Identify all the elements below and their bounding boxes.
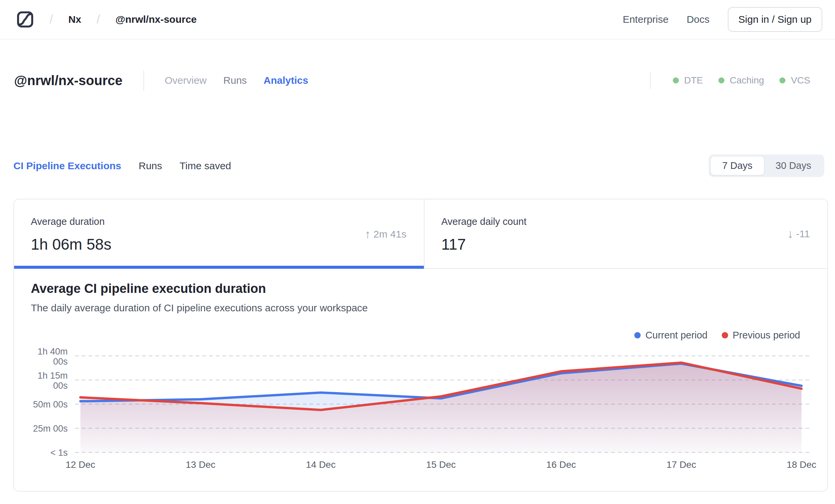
workspace-header: @nrwl/nx-source Overview Runs Analytics	[14, 70, 308, 91]
stat-cards-row: Average duration 1h 06m 58s ↑ 2m 41s Ave…	[14, 199, 827, 269]
status-divider	[650, 72, 651, 89]
status-caching: Caching	[718, 75, 764, 86]
navbar-actions: Enterprise Docs Sign in / Sign up	[623, 7, 822, 32]
x-axis-tick-label: 16 Dec	[546, 460, 576, 470]
breadcrumb: / Nx / @nrwl/nx-source	[16, 11, 197, 28]
breadcrumb-workspace[interactable]: @nrwl/nx-source	[115, 14, 197, 25]
y-axis-tick-label: 25m 00s	[33, 424, 68, 434]
nav-link-docs[interactable]: Docs	[687, 14, 709, 25]
analytics-section-tabs: CI Pipeline Executions Runs Time saved	[14, 160, 231, 172]
page: / Nx / @nrwl/nx-source Enterprise Docs S…	[0, 0, 835, 504]
section-tab-ci-pipeline-executions[interactable]: CI Pipeline Executions	[14, 160, 121, 172]
status-dte: DTE	[673, 75, 703, 86]
breadcrumb-separator: /	[49, 13, 53, 26]
stat-value: 117	[441, 235, 811, 253]
stat-value: 1h 06m 58s	[31, 235, 407, 253]
status-vcs: VCS	[779, 75, 810, 86]
x-axis-tick-label: 15 Dec	[426, 460, 456, 470]
x-axis-tick-label: 17 Dec	[667, 460, 696, 470]
y-axis-tick-label: 1h 40m00s	[38, 346, 68, 367]
breadcrumb-org[interactable]: Nx	[68, 14, 81, 25]
range-option-30-days[interactable]: 30 Days	[764, 156, 822, 175]
stat-delta: ↑ 2m 41s	[365, 228, 406, 240]
top-navbar: / Nx / @nrwl/nx-source Enterprise Docs S…	[0, 0, 835, 40]
status-caching-label: Caching	[730, 75, 764, 86]
x-axis-tick-label: 14 Dec	[306, 460, 336, 470]
tab-analytics[interactable]: Analytics	[264, 75, 308, 86]
workspace-tabs: Overview Runs Analytics	[165, 75, 308, 86]
y-axis-tick-label: < 1s	[50, 448, 68, 458]
series-area-previous	[80, 363, 801, 452]
workspace-title: @nrwl/nx-source	[14, 73, 123, 88]
tab-overview[interactable]: Overview	[165, 75, 207, 86]
sign-in-button[interactable]: Sign in / Sign up	[728, 7, 822, 32]
status-dte-label: DTE	[684, 75, 703, 86]
y-axis-tick-label: 1h 15m00s	[38, 370, 68, 391]
section-tab-runs[interactable]: Runs	[139, 160, 162, 172]
nav-link-enterprise[interactable]: Enterprise	[623, 14, 669, 25]
range-option-7-days[interactable]: 7 Days	[710, 156, 764, 175]
green-dot-icon	[779, 77, 786, 83]
y-axis-tick-label: 50m 00s	[33, 400, 68, 409]
arrow-down-icon: ↓	[788, 228, 793, 240]
stat-delta-value: -11	[796, 228, 810, 240]
green-dot-icon	[718, 77, 725, 83]
stat-delta: ↓ -11	[788, 228, 810, 240]
stat-label: Average daily count	[441, 216, 811, 227]
stat-card-average-daily-count[interactable]: Average daily count 117 ↓ -11	[424, 199, 827, 269]
duration-line-chart: 1h 40m00s1h 15m00s50m 00s25m 00s< 1s12 D…	[14, 269, 828, 491]
stat-card-average-duration[interactable]: Average duration 1h 06m 58s ↑ 2m 41s	[14, 199, 424, 269]
green-dot-icon	[673, 77, 679, 83]
x-axis-tick-label: 18 Dec	[787, 460, 817, 470]
arrow-up-icon: ↑	[365, 228, 371, 240]
tab-runs[interactable]: Runs	[224, 75, 247, 86]
x-axis-tick-label: 12 Dec	[66, 460, 96, 470]
stat-label: Average duration	[31, 216, 407, 227]
section-tab-time-saved[interactable]: Time saved	[180, 160, 231, 172]
stat-delta-value: 2m 41s	[373, 228, 406, 240]
date-range-toggle: 7 Days 30 Days	[709, 155, 824, 177]
breadcrumb-separator: /	[97, 13, 100, 26]
nx-cloud-logo-icon[interactable]	[16, 11, 34, 28]
x-axis-tick-label: 13 Dec	[186, 460, 216, 470]
workspace-status-indicators: DTE Caching VCS	[650, 70, 810, 91]
status-vcs-label: VCS	[791, 75, 810, 86]
duration-chart-card: Average CI pipeline execution duration T…	[14, 269, 827, 491]
ci-pipeline-executions-panel: Average duration 1h 06m 58s ↑ 2m 41s Ave…	[14, 199, 828, 491]
header-divider	[143, 70, 144, 91]
